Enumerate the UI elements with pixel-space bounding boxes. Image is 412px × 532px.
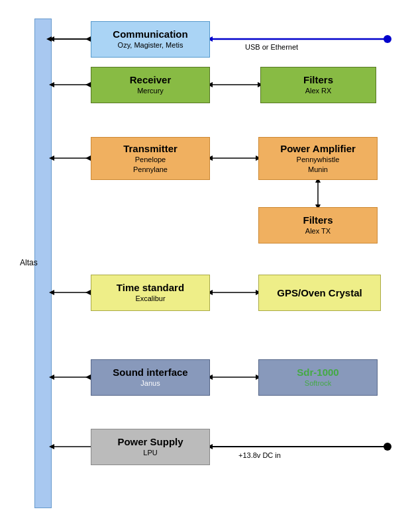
power-amp-subtitle: Pennywhistle Munin [297,155,340,174]
filters-rx-subtitle: Alex RX [305,86,332,95]
altas-label: Altas [20,258,38,267]
time-standard-box: Time standard Excalibur [91,275,210,311]
filters-tx-subtitle: Alex TX [305,226,331,236]
communication-title: Communication [113,28,187,40]
power-supply-title: Power Supply [117,436,183,448]
svg-point-6 [384,35,391,43]
svg-marker-10 [85,82,91,87]
sound-subtitle: Janus [140,378,160,388]
transmitter-box: Transmitter Penelope Pennylane [91,137,210,180]
usb-ethernet-label: USB or Ethernet [245,43,298,51]
gps-title: GPS/Oven Crystal [277,287,362,299]
time-standard-subtitle: Excalibur [135,294,165,303]
filters-tx-box: Filters Alex TX [258,207,378,244]
filters-tx-title: Filters [303,214,333,226]
svg-marker-31 [85,375,91,380]
receiver-subtitle: Mercury [137,86,164,95]
communication-box: Communication Ozy, Magister, Metis [91,21,210,58]
gps-box: GPS/Oven Crystal [258,275,381,311]
diagram: Altas [0,0,412,532]
receiver-box: Receiver Mercury [91,67,210,103]
transmitter-title: Transmitter [123,143,178,155]
transmitter-subtitle: Penelope Pennylane [133,155,168,174]
svg-marker-25 [85,290,91,295]
power-amp-title: Power Amplifier [280,143,356,155]
filters-rx-box: Filters Alex RX [260,67,376,103]
sound-title: Sound interface [113,367,187,378]
sdr-subtitle: Softrock [305,378,331,388]
sdr-box: Sdr-1000 Softrock [258,359,378,396]
receiver-title: Receiver [130,74,172,86]
power-amp-box: Power Amplifier Pennywhistle Munin [258,137,378,180]
power-supply-subtitle: LPU [143,448,157,457]
communication-subtitle: Ozy, Magister, Metis [118,40,183,50]
sdr-title: Sdr-1000 [297,367,338,378]
sound-interface-box: Sound interface Janus [91,359,210,396]
power-supply-box: Power Supply LPU [91,429,210,465]
filters-rx-title: Filters [303,74,333,86]
time-standard-title: Time standard [117,282,184,294]
svg-marker-2 [85,36,91,42]
svg-point-38 [384,443,391,451]
dc-in-label: +13.8v DC in [238,451,281,459]
svg-marker-16 [85,155,91,161]
